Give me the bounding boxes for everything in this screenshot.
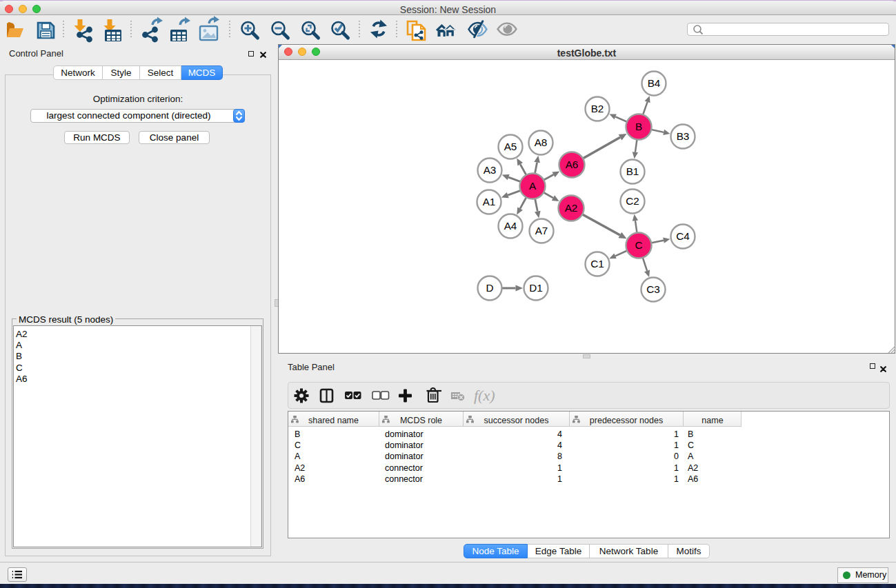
svg-text:C4: C4 (676, 230, 690, 242)
svg-text:A4: A4 (504, 220, 517, 232)
svg-text:C: C (635, 239, 642, 251)
svg-text:D1: D1 (529, 282, 543, 294)
svg-text:A3: A3 (484, 164, 497, 176)
svg-text:B3: B3 (677, 130, 690, 142)
svg-text:B1: B1 (626, 165, 639, 177)
svg-text:B: B (635, 121, 642, 132)
svg-text:B4: B4 (648, 77, 661, 89)
svg-text:C1: C1 (590, 258, 604, 270)
svg-text:A5: A5 (504, 141, 517, 152)
svg-text:A1: A1 (483, 196, 496, 207)
svg-text:A6: A6 (566, 159, 579, 170)
svg-text:B2: B2 (591, 103, 604, 114)
svg-text:A2: A2 (565, 202, 578, 214)
svg-text:D: D (486, 282, 493, 294)
svg-text:C2: C2 (626, 195, 639, 207)
svg-text:A8: A8 (535, 136, 548, 148)
svg-text:f(x): f(x) (474, 387, 495, 404)
svg-text:C3: C3 (646, 283, 660, 295)
svg-text:A7: A7 (535, 225, 548, 236)
svg-text:A: A (529, 180, 537, 192)
